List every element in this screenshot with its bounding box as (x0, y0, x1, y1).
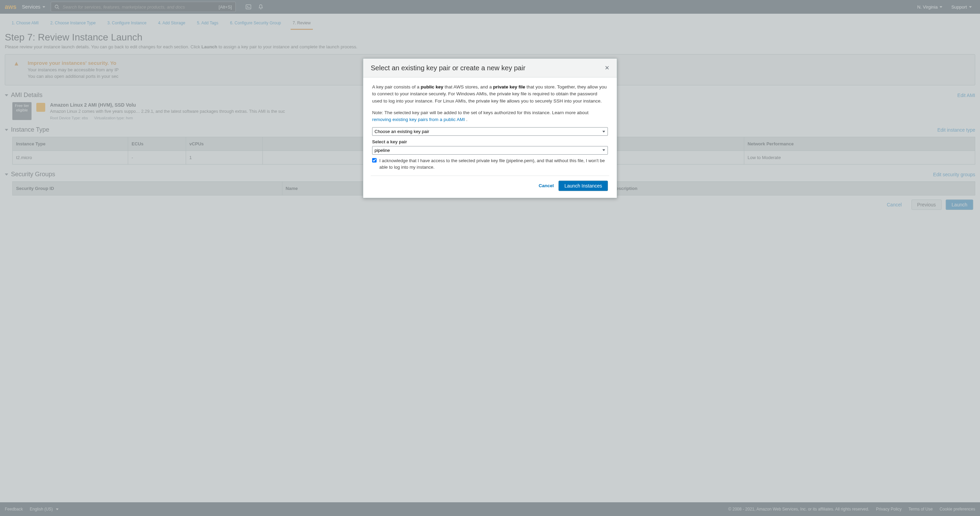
key-pair-mode-select[interactable]: Choose an existing key pair (372, 127, 608, 136)
launch-instances-button[interactable]: Launch Instances (558, 181, 608, 191)
modal-paragraph-2: Note: The selected key pair will be adde… (372, 109, 608, 123)
modal-overlay: Select an existing key pair or create a … (0, 0, 980, 502)
key-pair-select-wrap[interactable]: pipeline (372, 146, 608, 154)
modal-paragraph-1: A key pair consists of a public key that… (372, 84, 608, 105)
acknowledge-label[interactable]: I acknowledge that I have access to the … (372, 158, 608, 171)
key-pair-select[interactable]: pipeline (372, 146, 608, 154)
modal-title: Select an existing key pair or create a … (371, 64, 525, 72)
key-pair-mode-select-wrap[interactable]: Choose an existing key pair (372, 127, 608, 136)
acknowledge-checkbox[interactable] (372, 158, 377, 162)
acknowledge-text: I acknowledge that I have access to the … (379, 158, 608, 171)
removing-key-pairs-link[interactable]: removing existing key pairs from a publi… (372, 117, 465, 122)
key-pair-modal: Select an existing key pair or create a … (363, 58, 617, 198)
modal-cancel-button[interactable]: Cancel (539, 182, 554, 189)
close-icon[interactable]: × (605, 64, 609, 72)
key-pair-label: Select a key pair (372, 139, 608, 145)
divider (371, 175, 609, 176)
